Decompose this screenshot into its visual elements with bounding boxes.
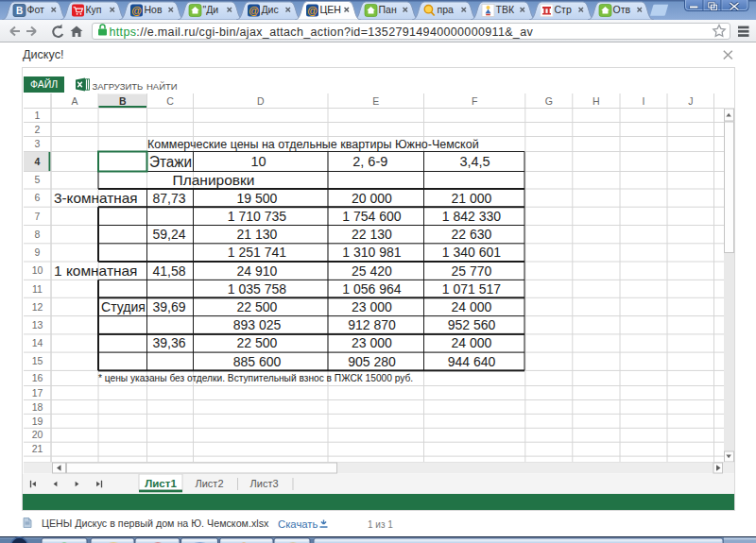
- svg-text:39,36: 39,36: [152, 335, 185, 350]
- svg-text:39,69: 39,69: [152, 299, 185, 314]
- svg-text:Лист1: Лист1: [145, 477, 177, 488]
- svg-text:25 770: 25 770: [452, 263, 492, 279]
- svg-text:22 130: 22 130: [352, 227, 392, 242]
- svg-text:Коммерческие цены на отдельные: Коммерческие цены на отдельные квартиры …: [147, 138, 479, 151]
- svg-text:Лист3: Лист3: [250, 477, 279, 488]
- svg-text:5: 5: [35, 174, 41, 185]
- svg-text:944 640: 944 640: [448, 354, 496, 369]
- svg-text:3: 3: [35, 138, 41, 149]
- svg-text:59,24: 59,24: [152, 227, 185, 242]
- svg-text:22 630: 22 630: [452, 227, 492, 242]
- svg-text:87,73: 87,73: [152, 191, 185, 206]
- svg-text:3-комнатная: 3-комнатная: [54, 191, 138, 206]
- svg-text:@: @: [249, 5, 259, 16]
- svg-text:25 420: 25 420: [352, 263, 392, 279]
- svg-text:G: G: [545, 95, 553, 107]
- svg-text:18: 18: [32, 401, 43, 413]
- svg-text:1 комнатная: 1 комнатная: [54, 263, 138, 279]
- svg-text:41,58: 41,58: [152, 263, 185, 279]
- svg-text:17: 17: [32, 387, 43, 399]
- svg-text:22 500: 22 500: [237, 299, 278, 314]
- svg-text:Фот: Фот: [27, 4, 45, 15]
- svg-text:952 560: 952 560: [448, 317, 496, 332]
- svg-text:1 071 517: 1 071 517: [442, 281, 501, 297]
- svg-text:J: J: [688, 95, 693, 107]
- svg-text:D: D: [257, 95, 265, 107]
- svg-text:@: @: [131, 5, 142, 16]
- svg-text:15: 15: [32, 355, 43, 366]
- svg-text:11: 11: [32, 283, 43, 295]
- svg-text:4: 4: [35, 156, 41, 167]
- svg-text:2: 2: [35, 124, 41, 135]
- svg-text:893 025: 893 025: [233, 317, 282, 332]
- svg-text:12: 12: [32, 301, 43, 313]
- svg-text:Нов: Нов: [145, 4, 163, 15]
- svg-text:19 500: 19 500: [237, 191, 278, 206]
- svg-text:3,4,5: 3,4,5: [459, 154, 490, 169]
- svg-text:1 710 735: 1 710 735: [228, 209, 286, 224]
- svg-text:пра: пра: [438, 4, 455, 15]
- svg-text:1 842 330: 1 842 330: [442, 209, 501, 224]
- svg-text:9: 9: [35, 246, 41, 258]
- svg-text:C: C: [166, 95, 174, 107]
- svg-text:7: 7: [35, 211, 41, 222]
- svg-text:H: H: [593, 95, 600, 107]
- svg-text:19: 19: [32, 416, 43, 427]
- svg-text:24 000: 24 000: [452, 335, 492, 350]
- svg-text:@: @: [307, 5, 318, 16]
- svg-text:Планировки: Планировки: [173, 172, 255, 188]
- svg-text:Лист2: Лист2: [195, 477, 223, 488]
- svg-text:21: 21: [32, 443, 43, 454]
- svg-text:Студия: Студия: [101, 299, 146, 314]
- svg-text:905 280: 905 280: [348, 354, 396, 369]
- svg-text:21 000: 21 000: [452, 191, 492, 206]
- svg-text:1 340 601: 1 340 601: [442, 245, 501, 260]
- svg-text:B: B: [119, 95, 127, 107]
- svg-text:ЦЕН: ЦЕН: [320, 4, 341, 15]
- svg-text:ТВК: ТВК: [496, 4, 515, 15]
- svg-text:Стр: Стр: [555, 4, 572, 15]
- svg-text:22 500: 22 500: [237, 335, 278, 350]
- svg-text:14: 14: [32, 337, 43, 348]
- svg-text:23 000: 23 000: [352, 299, 392, 314]
- svg-text:B: B: [16, 6, 23, 16]
- svg-text:1 035 758: 1 035 758: [228, 281, 286, 297]
- svg-text:Отв: Отв: [613, 4, 631, 15]
- svg-text:8: 8: [35, 229, 41, 240]
- svg-text:F: F: [472, 95, 477, 107]
- svg-text:13: 13: [32, 319, 43, 331]
- svg-text:912 870: 912 870: [348, 317, 396, 332]
- svg-text:20: 20: [32, 429, 43, 440]
- svg-text:1: 1: [35, 110, 41, 121]
- svg-text:885 600: 885 600: [233, 354, 282, 369]
- svg-text:1 251 741: 1 251 741: [228, 245, 286, 260]
- svg-text:Пан: Пан: [379, 4, 397, 15]
- svg-text:6: 6: [35, 192, 41, 203]
- svg-text:A: A: [71, 95, 77, 107]
- svg-text:20 000: 20 000: [352, 191, 392, 206]
- svg-text:E: E: [372, 95, 379, 107]
- svg-text:21 130: 21 130: [237, 227, 278, 242]
- svg-text:1 754 600: 1 754 600: [342, 209, 401, 224]
- svg-text:* цены указаны без отделки. Вс: * цены указаны без отделки. Вступительны…: [98, 373, 413, 383]
- svg-text:16: 16: [32, 372, 43, 383]
- svg-text:10: 10: [32, 264, 43, 276]
- svg-text:Этажи: Этажи: [149, 154, 192, 170]
- svg-text:23 000: 23 000: [352, 335, 392, 350]
- svg-text:2, 6-9: 2, 6-9: [352, 154, 387, 169]
- svg-text:I: I: [643, 95, 645, 107]
- svg-text:10: 10: [250, 154, 266, 169]
- svg-text:1 310 981: 1 310 981: [342, 245, 401, 260]
- svg-text:24 910: 24 910: [237, 263, 278, 279]
- svg-text:"Ди: "Ди: [203, 4, 219, 15]
- svg-text:24 000: 24 000: [452, 299, 492, 314]
- svg-text:1 056 964: 1 056 964: [342, 281, 401, 297]
- svg-text:Куп: Куп: [86, 4, 102, 15]
- svg-text:Дис: Дис: [262, 4, 279, 15]
